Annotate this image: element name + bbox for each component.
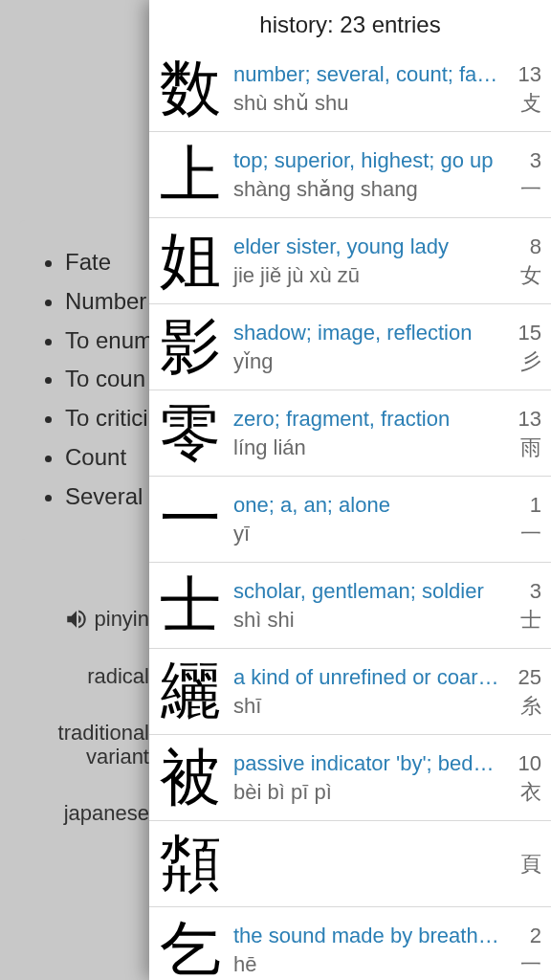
entry-pinyin: hē (233, 950, 503, 979)
history-entry[interactable]: 士scholar, gentleman; soldiershì shi3士 (149, 563, 551, 649)
entry-strokes: 1 (503, 491, 541, 520)
entry-pinyin: líng lián (233, 434, 503, 462)
entry-radical: 彡 (503, 347, 541, 376)
entry-definition: zero; fragment, fraction (233, 405, 503, 434)
pinyin-label: pinyin (95, 607, 149, 631)
entry-body: top; superior, highest; go upshàng shǎng… (226, 140, 503, 210)
entry-body: the sound made by breathinghē (226, 915, 503, 980)
entry-pinyin: bèi bì pī pì (233, 778, 503, 807)
entry-strokes: 3 (503, 577, 541, 606)
history-entry[interactable]: 頮頁 (149, 821, 551, 907)
entry-meta: 25糸 (503, 657, 541, 726)
radical-row: radical (0, 664, 149, 688)
entry-pinyin: shàng shǎng shang (233, 175, 503, 204)
entry-radical: 士 (503, 606, 541, 635)
entry-definition: a kind of unrefined or coarse silk (233, 663, 503, 692)
history-entry[interactable]: 乞the sound made by breathinghē2一 (149, 907, 551, 980)
history-entry[interactable]: 数number; several, count; fate; frequentl… (149, 46, 551, 132)
entry-pinyin: shù shǔ shu (233, 89, 503, 118)
entry-character: 数 (155, 54, 226, 123)
entry-meta: 10衣 (503, 743, 541, 813)
entry-definition: the sound made by breathing (233, 922, 503, 950)
entry-radical: 頁 (503, 850, 541, 879)
history-entry[interactable]: 零zero; fragment, fractionlíng lián13雨 (149, 390, 551, 477)
entry-character: 被 (155, 743, 226, 813)
history-entry[interactable]: 被passive indicator 'by'; beddingbèi bì p… (149, 735, 551, 821)
japanese-label: japanese (64, 801, 149, 825)
entry-body: zero; fragment, fractionlíng lián (226, 398, 503, 468)
entry-definition: passive indicator 'by'; bedding (233, 749, 503, 778)
history-entry[interactable]: 纚a kind of unrefined or coarse silkshī25… (149, 649, 551, 735)
entry-radical: 攴 (503, 89, 541, 118)
entry-pinyin: yī (233, 520, 503, 548)
japanese-row: japanese (0, 801, 149, 825)
entry-radical: 一 (503, 175, 541, 204)
entry-strokes: 2 (503, 922, 541, 950)
history-list[interactable]: 数number; several, count; fate; frequentl… (149, 46, 551, 980)
entry-body: a kind of unrefined or coarse silkshī (226, 657, 503, 726)
entry-radical: 衣 (503, 778, 541, 807)
entry-body: passive indicator 'by'; beddingbèi bì pī… (226, 743, 503, 813)
entry-character: 一 (155, 484, 226, 554)
traditional-label: traditional variant (58, 721, 149, 769)
entry-body: one; a, an; aloneyī (226, 484, 503, 554)
speaker-icon[interactable] (64, 607, 89, 632)
entry-body: number; several, count; fate; frequently… (226, 54, 503, 123)
entry-strokes: 25 (503, 663, 541, 692)
entry-meta: 13雨 (503, 398, 541, 468)
entry-definition: top; superior, highest; go up (233, 146, 503, 175)
entry-pinyin: shì shi (233, 606, 503, 635)
entry-character: 乞 (155, 915, 226, 980)
entry-strokes: 10 (503, 749, 541, 778)
entry-strokes: 8 (503, 233, 541, 261)
entry-radical: 女 (503, 261, 541, 290)
entry-definition: elder sister, young lady (233, 233, 503, 261)
history-entry[interactable]: 一one; a, an; aloneyī1一 (149, 477, 551, 563)
entry-strokes: 13 (503, 405, 541, 434)
entry-body: elder sister, young ladyjie jiě jù xù zū (226, 226, 503, 296)
entry-strokes: 15 (503, 319, 541, 347)
entry-meta: 3一 (503, 140, 541, 210)
history-entry[interactable]: 姐elder sister, young ladyjie jiě jù xù z… (149, 218, 551, 304)
entry-strokes: 13 (503, 60, 541, 89)
entry-character: 姐 (155, 226, 226, 296)
entry-pinyin: jie jiě jù xù zū (233, 261, 503, 290)
entry-pinyin: shī (233, 692, 503, 721)
entry-body (226, 829, 503, 899)
entry-meta: 15彡 (503, 312, 541, 382)
entry-definition: one; a, an; alone (233, 491, 503, 520)
entry-meta: 頁 (503, 829, 541, 899)
entry-meta: 8女 (503, 226, 541, 296)
traditional-row: traditional variant (0, 721, 149, 769)
entry-definition: shadow; image, reflection (233, 319, 503, 347)
history-panel[interactable]: history: 23 entries 数number; several, co… (149, 0, 551, 980)
entry-definition: number; several, count; fate; frequently (233, 60, 503, 89)
radical-label: radical (87, 664, 149, 688)
entry-body: shadow; image, reflectionyǐng (226, 312, 503, 382)
entry-character: 零 (155, 398, 226, 468)
entry-meta: 1一 (503, 484, 541, 554)
entry-pinyin: yǐng (233, 347, 503, 376)
history-entry[interactable]: 影shadow; image, reflectionyǐng15彡 (149, 304, 551, 390)
entry-character: 上 (155, 140, 226, 210)
entry-strokes: 3 (503, 146, 541, 175)
pinyin-row[interactable]: pinyin (0, 607, 149, 632)
entry-radical: 一 (503, 520, 541, 548)
entry-body: scholar, gentleman; soldiershì shi (226, 570, 503, 640)
entry-character: 士 (155, 570, 226, 640)
entry-definition: scholar, gentleman; soldier (233, 577, 503, 606)
entry-meta: 2一 (503, 915, 541, 980)
entry-character: 影 (155, 312, 226, 382)
entry-meta: 3士 (503, 570, 541, 640)
history-entry[interactable]: 上top; superior, highest; go upshàng shǎn… (149, 132, 551, 218)
entry-meta: 13攴 (503, 54, 541, 123)
entry-radical: 糸 (503, 692, 541, 721)
entry-character: 頮 (155, 829, 226, 899)
entry-radical: 雨 (503, 434, 541, 462)
entry-character: 纚 (155, 657, 226, 726)
history-title: history: 23 entries (149, 0, 551, 46)
entry-radical: 一 (503, 950, 541, 979)
